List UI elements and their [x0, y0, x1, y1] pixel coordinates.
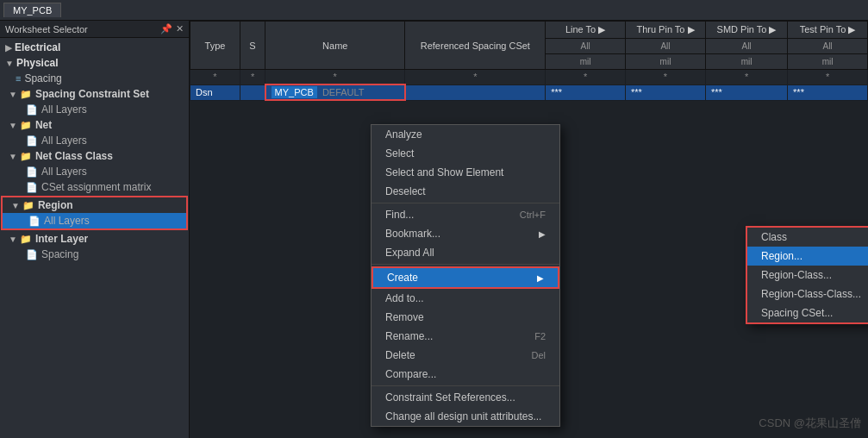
submenu-item-class[interactable]: Class: [747, 228, 868, 247]
filter-refspacing[interactable]: *: [405, 70, 546, 85]
sidebar-item-label: Net: [35, 119, 52, 131]
sidebar-item-label: All Layers: [41, 103, 87, 116]
th-smd-pin-to-all: All: [705, 39, 787, 54]
shortcut-label: Ctrl+F: [520, 210, 546, 220]
cell-thrupinto: ***: [626, 84, 706, 100]
menu-item-label: Expand All: [385, 247, 434, 259]
sidebar-item-label: Region: [38, 199, 73, 211]
sidebar-item-region[interactable]: ▼ 📁 Region: [3, 197, 186, 213]
doc-icon: 📄: [28, 216, 41, 227]
cell-testpinto: ***: [788, 84, 868, 100]
submenu-item-label: Region-Class...: [761, 269, 832, 281]
menu-item-expand-all[interactable]: Expand All: [372, 243, 559, 262]
submenu-item-label: Region...: [761, 250, 802, 262]
pin-icon[interactable]: 📌: [160, 23, 172, 34]
arrow-icon: ▼: [11, 201, 20, 210]
submenu-item-region-class-class[interactable]: Region-Class-Class...: [747, 285, 868, 303]
menu-item-remove[interactable]: Remove: [372, 308, 559, 327]
left-panel-header: Worksheet Selector 📌 ✕: [0, 21, 189, 38]
table-row[interactable]: Dsn MY_PCB DEFAULT *** *** *** ***: [190, 84, 868, 100]
sidebar-item-label: Spacing: [41, 248, 78, 260]
sidebar-item-all-layers-2[interactable]: 📄 All Layers: [0, 133, 189, 148]
filter-lineto[interactable]: *: [546, 70, 626, 85]
sidebar-item-all-layers-3[interactable]: 📄 All Layers: [0, 164, 189, 179]
filter-s[interactable]: *: [240, 70, 265, 85]
menu-item-add-to[interactable]: Add to...: [372, 289, 559, 308]
sidebar-item-label: All Layers: [41, 135, 87, 147]
menu-item-change-all[interactable]: Change all design unit attributes...: [372, 407, 559, 426]
doc-icon: 📄: [26, 249, 38, 260]
filter-testpinto[interactable]: *: [788, 70, 868, 85]
submenu-item-label: Class: [761, 231, 787, 243]
filter-type[interactable]: *: [190, 70, 240, 85]
menu-item-label: Change all design unit attributes...: [385, 410, 541, 422]
folder-icon: 📁: [20, 120, 32, 131]
menu-item-find[interactable]: Find... Ctrl+F: [372, 205, 559, 224]
menu-item-select[interactable]: Select: [372, 144, 559, 163]
arrow-icon: ▼: [9, 152, 17, 161]
sidebar-item-physical[interactable]: ▼ Physical: [0, 55, 189, 71]
menu-item-analyze[interactable]: Analyze: [372, 125, 559, 144]
submenu-arrow-icon: ▶: [537, 273, 544, 283]
menu-item-compare[interactable]: Compare...: [372, 365, 559, 384]
tab-bar: MY_PCB: [0, 0, 868, 21]
sidebar-item-spacing-constraint-set[interactable]: ▼ 📁 Spacing Constraint Set: [0, 86, 189, 102]
separator-2: [372, 264, 559, 265]
submenu-item-spacing-cset[interactable]: Spacing CSet...: [747, 303, 868, 322]
shortcut-label: Del: [531, 350, 546, 360]
separator-1: [372, 203, 559, 203]
menu-item-label: Remove: [385, 311, 424, 323]
sidebar-item-all-layers-4[interactable]: 📄 All Layers: [3, 213, 186, 228]
menu-item-bookmark[interactable]: Bookmark... ▶: [372, 224, 559, 243]
submenu-item-label: Region-Class-Class...: [761, 288, 861, 300]
sidebar-item-inter-layer[interactable]: ▼ 📁 Inter Layer: [0, 231, 189, 247]
submenu-item-region[interactable]: Region...: [747, 247, 868, 266]
sidebar-item-net-class-class[interactable]: ▼ 📁 Net Class Class: [0, 148, 189, 164]
create-submenu: Class Region... Region-Class... Region-C…: [746, 226, 868, 324]
cell-smdpinto: ***: [705, 84, 787, 100]
sidebar-item-label: All Layers: [44, 215, 90, 227]
cell-name: MY_PCB DEFAULT: [265, 84, 405, 100]
menu-item-rename[interactable]: Rename... F2: [372, 327, 559, 346]
active-tab[interactable]: MY_PCB: [3, 3, 61, 17]
close-icon[interactable]: ✕: [176, 23, 184, 34]
folder-icon: 📁: [20, 151, 32, 162]
th-test-pin-to-all: All: [788, 39, 868, 54]
menu-item-deselect[interactable]: Deselect: [372, 182, 559, 201]
sidebar-item-label: Electrical: [15, 41, 60, 53]
sidebar-item-label: Net Class Class: [35, 150, 113, 162]
menu-item-create[interactable]: Create ▶: [372, 266, 559, 289]
sidebar-item-electrical[interactable]: ▶ Electrical: [0, 40, 189, 55]
data-table: Type S Name Referenced Spacing CSet Line…: [190, 21, 868, 101]
left-panel: Worksheet Selector 📌 ✕ ▶ Electrical ▼ Ph…: [0, 21, 190, 438]
menu-item-select-show[interactable]: Select and Show Element: [372, 163, 559, 182]
menu-item-delete[interactable]: Delete Del: [372, 346, 559, 365]
sidebar-item-label: Physical: [16, 57, 59, 69]
sidebar-item-net[interactable]: ▼ 📁 Net: [0, 117, 189, 133]
menu-item-label: Deselect: [385, 185, 426, 197]
cell-s: [240, 84, 265, 100]
arrow-icon: ▼: [9, 90, 17, 99]
menu-item-label: Find...: [385, 209, 414, 221]
watermark: CSDN @花果山圣僧: [759, 416, 861, 431]
menu-item-constraint-ref[interactable]: Constraint Set References...: [372, 388, 559, 407]
th-thru-pin-to-mil: mil: [626, 54, 706, 70]
sidebar-item-cset-assignment[interactable]: 📄 CSet assignment matrix: [0, 179, 189, 195]
menu-item-label: Bookmark...: [385, 228, 440, 240]
submenu-item-label: Spacing CSet...: [761, 307, 833, 319]
filter-name[interactable]: *: [265, 70, 405, 85]
doc-icon: 📄: [26, 182, 38, 193]
sidebar-item-label: CSet assignment matrix: [41, 181, 151, 193]
sidebar-item-spacing[interactable]: ≡ Spacing: [0, 71, 189, 86]
doc-icon: 📄: [26, 104, 38, 116]
menu-item-label: Add to...: [385, 292, 424, 304]
spacing-icon: ≡: [16, 73, 21, 84]
filter-smdpinto[interactable]: *: [705, 70, 787, 85]
sidebar-item-label: Spacing: [24, 72, 61, 84]
sidebar-item-all-layers-1[interactable]: 📄 All Layers: [0, 102, 189, 117]
th-line-to-mil: mil: [546, 54, 626, 70]
filter-thrupinto[interactable]: *: [626, 70, 706, 85]
submenu-item-region-class[interactable]: Region-Class...: [747, 266, 868, 285]
sidebar-item-spacing-leaf[interactable]: 📄 Spacing: [0, 247, 189, 262]
context-menu: Analyze Select Select and Show Element D…: [371, 124, 560, 427]
